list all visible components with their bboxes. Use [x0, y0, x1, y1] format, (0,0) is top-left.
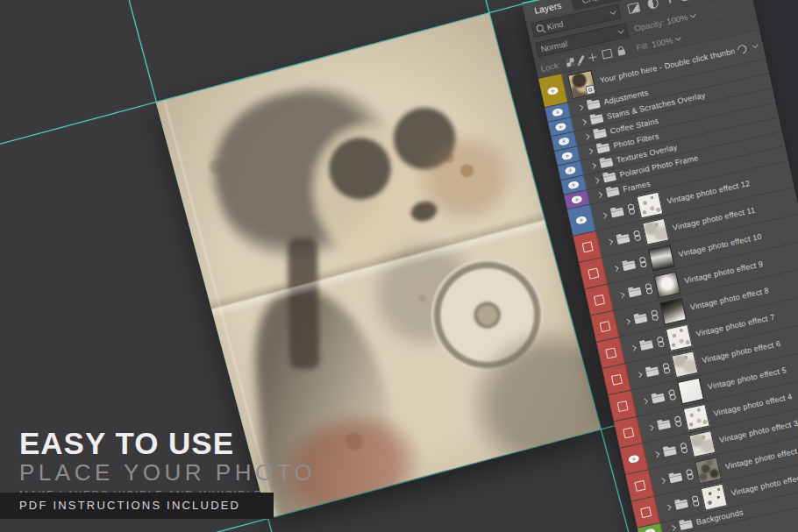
search-icon: [536, 24, 545, 32]
hidden-layer-box-icon: [640, 507, 652, 518]
lock-pixels-icon[interactable]: [578, 55, 584, 64]
lock-all-icon[interactable]: [617, 49, 625, 56]
expand-arrow-icon[interactable]: [653, 451, 659, 458]
mask-thumbnail[interactable]: [653, 271, 680, 298]
pixel-layers-filter-icon[interactable]: [627, 2, 640, 14]
expand-arrow-icon[interactable]: [590, 162, 596, 168]
mask-link-icon[interactable]: [650, 309, 659, 321]
layer-list: Your photo here - Double click thunbnail…: [538, 31, 798, 532]
expand-arrow-icon[interactable]: [581, 119, 587, 125]
mask-thumbnail[interactable]: [666, 324, 693, 351]
chevron-down-icon[interactable]: [675, 34, 681, 40]
chevron-down-icon[interactable]: [690, 11, 696, 18]
lock-position-icon[interactable]: [588, 53, 597, 62]
mask-link-icon[interactable]: [626, 203, 635, 215]
eye-icon: [561, 152, 573, 160]
mask-thumbnail[interactable]: [683, 404, 710, 431]
chevron-down-icon: [617, 27, 623, 33]
eye-icon: [558, 137, 569, 145]
layers-panel: Layers Channels Kind T Normal Opacity: 1…: [522, 0, 798, 532]
expand-arrow-icon[interactable]: [631, 344, 637, 351]
mask-link-icon[interactable]: [644, 283, 652, 294]
eye-icon: [571, 195, 582, 204]
hidden-layer-box-icon: [599, 321, 610, 332]
folder-icon: [587, 99, 601, 110]
folder-icon: [663, 446, 677, 457]
lock-transparency-icon[interactable]: [566, 57, 575, 67]
expand-arrow-icon[interactable]: [584, 133, 590, 139]
mask-thumbnail[interactable]: [642, 218, 669, 245]
mask-link-icon[interactable]: [673, 415, 682, 427]
mask-thumbnail[interactable]: [701, 484, 728, 511]
expand-arrow-icon[interactable]: [601, 212, 607, 218]
folder-icon: [679, 520, 693, 530]
mask-thumbnail[interactable]: [648, 245, 675, 272]
lock-artboard-icon[interactable]: [602, 48, 613, 59]
mask-link-icon[interactable]: [656, 336, 665, 347]
eye-icon: [567, 181, 579, 189]
mask-thumbnail[interactable]: [671, 351, 698, 378]
photo-stain-gray: [450, 308, 601, 494]
hidden-layer-box-icon: [610, 373, 622, 385]
mask-link-icon[interactable]: [691, 495, 700, 507]
folder-icon: [590, 114, 604, 124]
expand-arrow-icon[interactable]: [648, 424, 654, 430]
lock-label: Lock:: [539, 60, 561, 74]
adjustment-layers-filter-icon[interactable]: [647, 0, 659, 10]
mask-thumbnail[interactable]: [688, 430, 716, 458]
eye-icon: [555, 123, 566, 131]
caption-subtitle: PLACE YOUR PHOTO: [19, 460, 316, 486]
mask-thumbnail[interactable]: [677, 377, 704, 404]
pdf-instructions-bar: PDF INSTRUCTIONS INCLUDED: [0, 493, 274, 519]
folder-icon: [628, 287, 642, 297]
photo-sunglasses-right-lens: [385, 99, 465, 179]
expand-arrow-icon[interactable]: [577, 104, 583, 110]
mask-link-icon[interactable]: [685, 469, 694, 480]
layer-thumbnail[interactable]: [567, 69, 596, 98]
chevron-down-icon[interactable]: [752, 42, 759, 48]
expand-arrow-icon[interactable]: [596, 192, 602, 198]
shape-layers-filter-icon[interactable]: [680, 0, 693, 2]
mask-link-icon[interactable]: [679, 443, 688, 454]
expand-arrow-icon[interactable]: [670, 525, 676, 531]
type-layers-filter-icon[interactable]: T: [666, 0, 673, 4]
mask-link-icon[interactable]: [661, 363, 670, 374]
circle-badge-icon[interactable]: [736, 43, 748, 55]
folder-icon: [593, 128, 607, 138]
folder-icon: [622, 260, 636, 271]
caption-title: EASY TO USE: [19, 427, 316, 459]
expand-arrow-icon[interactable]: [587, 148, 593, 154]
eye-icon: [575, 216, 587, 224]
expand-arrow-icon[interactable]: [642, 398, 648, 404]
opacity-label: Opacity:: [633, 17, 665, 32]
expand-arrow-icon[interactable]: [659, 478, 666, 484]
expand-arrow-icon[interactable]: [607, 238, 613, 245]
mask-link-icon[interactable]: [667, 389, 676, 401]
chevron-down-icon: [610, 8, 616, 14]
eye-icon: [645, 528, 656, 532]
smart-object-badge-icon: [585, 84, 595, 95]
mask-link-icon[interactable]: [638, 257, 647, 268]
mask-thumbnail[interactable]: [695, 457, 722, 484]
expand-arrow-icon[interactable]: [636, 372, 642, 378]
expand-arrow-icon[interactable]: [666, 504, 672, 510]
hidden-layer-box-icon: [581, 241, 593, 252]
mask-thumbnail[interactable]: [659, 298, 687, 325]
photo-stain-top: [403, 118, 530, 238]
mask-link-icon[interactable]: [632, 230, 641, 241]
expand-arrow-icon[interactable]: [618, 292, 624, 298]
hidden-layer-box-icon: [623, 427, 634, 438]
expand-arrow-icon[interactable]: [613, 266, 619, 272]
folder-icon: [634, 313, 648, 323]
photo-hair-shape: [196, 69, 417, 278]
layer-row-end: [733, 41, 759, 55]
folder-icon: [669, 472, 683, 483]
folder-icon: [645, 366, 659, 377]
opacity-value[interactable]: 100%: [666, 11, 688, 25]
expand-arrow-icon[interactable]: [594, 177, 600, 183]
mask-thumbnail[interactable]: [637, 192, 664, 219]
photo-sunglasses-left-lens: [320, 129, 400, 209]
fill-value[interactable]: 100%: [651, 35, 673, 49]
folder-icon: [639, 340, 653, 351]
expand-arrow-icon[interactable]: [624, 318, 631, 324]
